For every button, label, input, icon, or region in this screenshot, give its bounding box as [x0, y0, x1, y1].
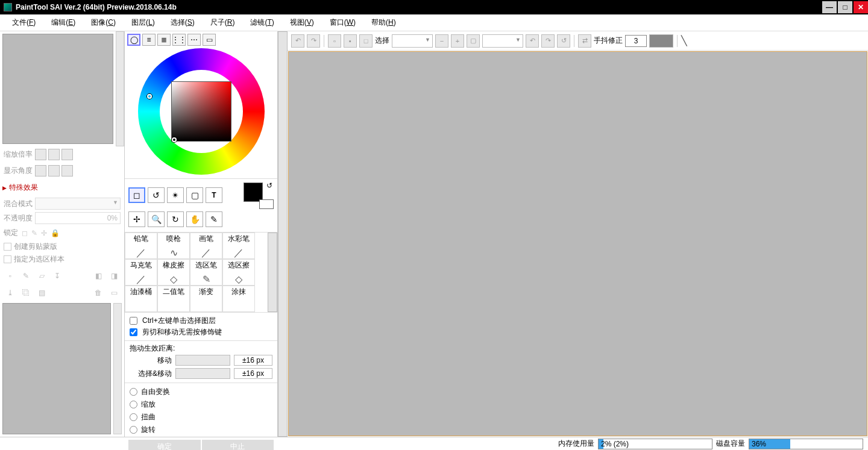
navigator-scrollbar[interactable] — [116, 31, 124, 146]
text-tool[interactable]: T — [206, 187, 222, 203]
menu-view[interactable]: 视图(V) — [290, 17, 314, 28]
brush-marker[interactable]: 马克笔／ — [125, 259, 157, 286]
maximize-button[interactable]: □ — [838, 1, 852, 13]
brush-watercolor[interactable]: 水彩笔／ — [222, 233, 255, 259]
scale-radio[interactable] — [130, 401, 137, 408]
brush-smudge[interactable]: 涂抹 — [222, 286, 255, 312]
brush-bucket[interactable]: 油漆桶 — [125, 286, 157, 312]
redo-button[interactable]: ↷ — [307, 34, 320, 48]
zoom-in-button[interactable]: + — [451, 34, 464, 48]
magic-wand-tool[interactable]: ✴ — [167, 187, 184, 203]
lasso-tool[interactable]: ↺ — [148, 187, 165, 203]
angle-plus-button[interactable] — [48, 165, 60, 177]
deselect-button[interactable]: ▫ — [328, 34, 341, 48]
menu-filter[interactable]: 滤镜(T) — [250, 17, 274, 28]
rgb-slider-tab[interactable]: ≡ — [142, 34, 156, 46]
swap-colors-icon[interactable]: ↺ — [266, 181, 272, 190]
menu-layer[interactable]: 图层(L) — [131, 17, 155, 28]
delete-layer-icon[interactable]: 🗑 — [92, 286, 105, 299]
hsv-slider-tab[interactable]: ≣ — [157, 34, 171, 46]
rotate-ccw-button[interactable]: ↶ — [526, 34, 539, 48]
stabilizer-dropdown[interactable] — [649, 34, 673, 48]
clipping-mask-checkbox[interactable] — [4, 243, 11, 251]
brush-airbrush[interactable]: 喷枪∿ — [157, 233, 190, 259]
brush-gradient[interactable]: 渐变 — [190, 286, 222, 312]
clear-layer-icon[interactable]: ▭ — [107, 286, 121, 299]
merge-down-icon[interactable]: ⤓ — [4, 286, 17, 299]
lock-pixels-icon[interactable]: ✎ — [31, 229, 37, 237]
cancel-button[interactable]: 中止 — [202, 440, 274, 450]
menu-edit[interactable]: 编辑(E) — [51, 17, 75, 28]
blend-mode-dropdown[interactable] — [35, 198, 121, 210]
lock-none-icon[interactable]: ◻ — [22, 229, 28, 237]
navigator-thumbnail[interactable] — [2, 34, 113, 144]
zoom-fit-button[interactable]: ▢ — [467, 34, 480, 48]
new-vector-layer-icon[interactable]: ✎ — [19, 269, 33, 283]
rotate-cw-button[interactable]: ↷ — [541, 34, 555, 48]
zoom-dropdown[interactable] — [392, 34, 433, 48]
stabilizer-field[interactable]: 3 — [625, 35, 647, 47]
canvas[interactable] — [288, 51, 867, 436]
brush-eraser[interactable]: 橡皮擦◇ — [157, 259, 190, 286]
undo-button[interactable]: ↶ — [291, 34, 304, 48]
zoom-tool[interactable]: 🔍 — [148, 211, 165, 227]
canvas-scrollbar-left[interactable] — [278, 31, 288, 437]
hand-tool[interactable]: ✋ — [186, 211, 203, 227]
angle-minus-button[interactable] — [35, 165, 46, 177]
swatches-tab[interactable]: ⋯ — [187, 34, 201, 46]
move-value[interactable]: ±16 px — [234, 355, 272, 366]
scratchpad-tab[interactable]: ▭ — [203, 34, 216, 46]
rotate-tool[interactable]: ↻ — [167, 211, 184, 227]
opacity-field[interactable]: 0% — [35, 212, 121, 224]
flip-button[interactable]: ⇄ — [578, 34, 591, 48]
sv-square[interactable] — [171, 81, 231, 142]
transfer-down-icon[interactable]: ↧ — [51, 269, 64, 283]
menu-help[interactable]: 帮助(H) — [371, 17, 396, 28]
background-color[interactable] — [259, 199, 274, 209]
brush-brush[interactable]: 画笔／ — [190, 233, 222, 259]
lock-all-icon[interactable]: 🔒 — [51, 229, 60, 237]
shape-tool[interactable]: ▢ — [186, 187, 203, 203]
lock-move-icon[interactable]: ✢ — [41, 229, 47, 237]
select-move-value[interactable]: ±16 px — [234, 368, 272, 379]
hue-marker[interactable] — [147, 94, 152, 99]
reset-angle-button[interactable]: ↺ — [557, 34, 570, 48]
distort-radio[interactable] — [130, 413, 137, 421]
move-tool[interactable]: ✢ — [128, 211, 145, 227]
flatten-icon[interactable]: ▤ — [35, 286, 48, 299]
ctrl-click-layer-checkbox[interactable] — [130, 317, 137, 325]
layer-list-scrollbar[interactable] — [113, 303, 122, 434]
layer-list[interactable] — [2, 303, 111, 434]
brush-binary[interactable]: 二值笔 — [157, 286, 190, 312]
menu-ruler[interactable]: 尺子(R) — [210, 17, 235, 28]
menu-image[interactable]: 图像(C) — [91, 17, 116, 28]
rotate-radio[interactable] — [130, 426, 137, 434]
brush-seleraser[interactable]: 选区擦◇ — [222, 259, 255, 286]
mask-icon[interactable]: ◧ — [92, 269, 105, 283]
color-wheel[interactable] — [138, 48, 265, 175]
brush-scrollbar[interactable] — [268, 233, 277, 312]
angle-reset-button[interactable] — [61, 165, 73, 177]
show-selection-button[interactable]: □ — [359, 34, 373, 48]
sv-marker[interactable] — [172, 137, 177, 142]
selection-source-checkbox[interactable] — [4, 255, 11, 263]
duplicate-layer-icon[interactable]: ⿻ — [19, 286, 33, 299]
invert-selection-button[interactable]: ▪ — [344, 34, 357, 48]
new-folder-icon[interactable]: ▱ — [35, 269, 48, 283]
close-button[interactable]: ✕ — [854, 1, 868, 13]
color-wheel-tab[interactable]: ◯ — [127, 34, 140, 46]
brush-pencil[interactable]: 铅笔／ — [125, 233, 157, 259]
brush-selpen[interactable]: 选区笔✎ — [190, 259, 222, 286]
new-layer-icon[interactable]: ▫ — [4, 269, 17, 283]
zoom-out-button[interactable]: − — [435, 34, 448, 48]
minimize-button[interactable]: — — [822, 1, 837, 13]
zoom-plus-button[interactable] — [48, 149, 60, 160]
menu-window[interactable]: 窗口(W) — [330, 17, 356, 28]
mixer-tab[interactable]: ⋮⋮ — [172, 34, 186, 46]
menu-select[interactable]: 选择(S) — [171, 17, 195, 28]
menu-file[interactable]: 文件(F) — [12, 17, 36, 28]
marquee-tool[interactable]: ◻ — [128, 187, 145, 203]
angle-dropdown[interactable] — [482, 34, 523, 48]
effects-header[interactable]: 特殊效果 — [0, 179, 124, 196]
zoom-reset-button[interactable] — [61, 149, 73, 160]
